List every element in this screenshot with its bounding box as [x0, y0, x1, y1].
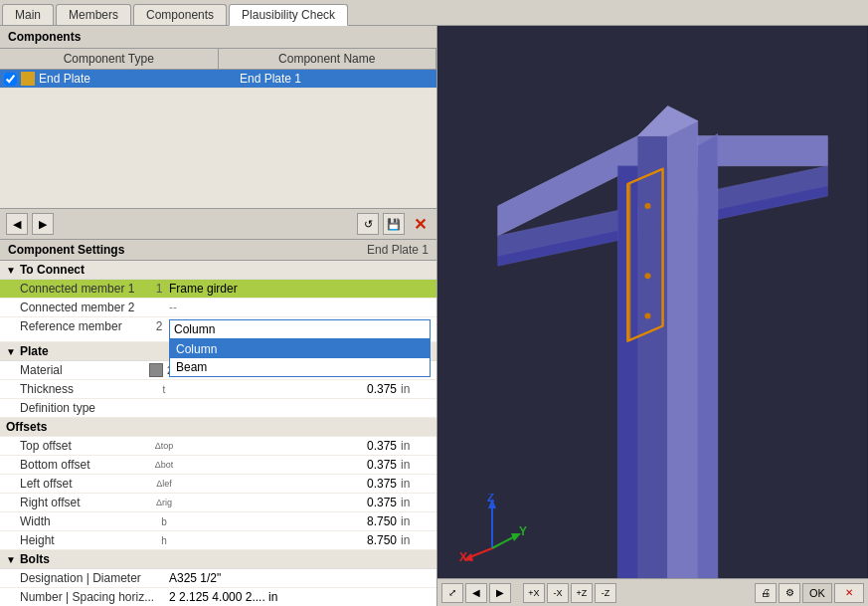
dropdown-item-column[interactable]: Column — [170, 340, 430, 358]
offsets-subheader: Offsets — [0, 418, 436, 437]
top-offset-value: 0.375 — [179, 439, 401, 453]
group-to-connect: ▼ To Connect Connected member 1 1 Frame … — [0, 261, 436, 342]
right-offset-symbol: Δrig — [149, 498, 179, 507]
reference-dropdown-menu: Column Beam — [169, 339, 431, 377]
bottom-offset-label: Bottom offset — [20, 458, 149, 472]
designation-label: Designation | Diameter — [20, 571, 169, 585]
height-symbol: h — [149, 535, 179, 546]
left-offset-label: Left offset — [20, 477, 149, 491]
vp-btn-print[interactable]: 🖨 — [755, 583, 777, 603]
width-value: 8.750 — [179, 514, 401, 528]
svg-point-21 — [644, 203, 650, 209]
settings-header: Component Settings End Plate 1 — [0, 240, 436, 261]
width-symbol: b — [149, 516, 179, 527]
tab-components[interactable]: Components — [133, 4, 227, 25]
height-unit: in — [401, 533, 431, 547]
vp-btn-neg-z[interactable]: -Z — [595, 583, 616, 603]
connected-member-1-row: Connected member 1 1 Frame girder — [0, 280, 436, 299]
top-offset-symbol: Δtop — [149, 441, 179, 451]
vp-btn-right[interactable]: ▶ — [489, 583, 511, 603]
group-to-connect-header[interactable]: ▼ To Connect — [0, 261, 436, 280]
left-offset-unit: in — [401, 477, 431, 491]
expand-icon-bolts: ▼ — [6, 554, 16, 565]
main-content: Components Component Type Component Name… — [0, 26, 868, 606]
left-offset-symbol: Δlef — [149, 479, 179, 489]
component-type: End Plate — [39, 72, 232, 86]
thickness-unit: in — [401, 382, 431, 396]
vp-btn-x[interactable]: +X — [523, 583, 545, 603]
left-panel: Components Component Type Component Name… — [0, 26, 437, 606]
designation-row: Designation | Diameter A325 1/2" — [0, 569, 436, 588]
dropdown-item-beam[interactable]: Beam — [170, 358, 430, 376]
bottom-offset-unit: in — [401, 458, 431, 472]
component-row[interactable]: End Plate End Plate 1 — [0, 70, 436, 89]
right-offset-unit: in — [401, 496, 431, 509]
component-checkbox[interactable] — [4, 73, 17, 86]
number-horiz-row: Number | Spacing horiz... 2 2.125 4.000 … — [0, 588, 436, 606]
component-list: End Plate End Plate 1 — [0, 70, 436, 209]
col-header-name: Component Name — [219, 49, 437, 69]
toolbar-btn-delete[interactable]: ✕ — [409, 213, 431, 235]
svg-text:Y: Y — [519, 524, 527, 538]
vp-btn-left[interactable]: ◀ — [465, 583, 487, 603]
components-toolbar: ◀ ▶ ↺ 💾 ✕ — [0, 209, 436, 240]
top-offset-label: Top offset — [20, 439, 149, 453]
right-offset-label: Right offset — [20, 496, 149, 509]
thickness-symbol: t — [149, 384, 179, 395]
3d-viewport[interactable]: ↗ — [437, 26, 868, 606]
tab-members[interactable]: Members — [56, 4, 131, 25]
left-offset-value: 0.375 — [179, 477, 401, 491]
toolbar-btn-save[interactable]: 💾 — [383, 213, 405, 235]
group-to-connect-label: To Connect — [20, 263, 85, 277]
vp-btn-move[interactable]: ⤢ — [441, 583, 463, 603]
toolbar-btn-right[interactable]: ▶ — [32, 213, 54, 235]
top-offset-row: Top offset Δtop 0.375 in — [0, 437, 436, 456]
svg-marker-14 — [698, 134, 718, 606]
vp-btn-ok[interactable]: OK — [802, 583, 832, 603]
svg-point-22 — [644, 273, 650, 279]
reference-member-number: 2 — [149, 319, 169, 333]
designation-value: A325 1/2" — [169, 571, 431, 585]
group-bolts-header[interactable]: ▼ Bolts — [0, 550, 436, 569]
vp-btn-neg-x[interactable]: -X — [547, 583, 569, 603]
connected-member-1-label: Connected member 1 — [20, 282, 149, 296]
components-section-header: Components — [0, 26, 436, 49]
component-color-swatch — [21, 72, 35, 86]
tab-plausibility[interactable]: Plausibility Check — [229, 4, 348, 26]
thickness-value: 0.375 — [179, 382, 401, 396]
thickness-row: Thickness t 0.375 in — [0, 380, 436, 399]
material-color-swatch — [149, 363, 163, 377]
toolbar-btn-left[interactable]: ◀ — [6, 213, 28, 235]
group-bolts: ▼ Bolts Designation | Diameter A325 1/2"… — [0, 550, 436, 606]
bottom-offset-value: 0.375 — [179, 458, 401, 472]
connected-member-1-number: 1 — [149, 282, 169, 296]
component-name: End Plate 1 — [232, 72, 433, 86]
width-label: Width — [20, 514, 149, 528]
expand-icon-to-connect: ▼ — [6, 265, 16, 276]
settings-subtitle: End Plate 1 — [367, 243, 429, 257]
bottom-offset-symbol: Δbot — [149, 460, 179, 470]
connected-member-2-value: -- — [169, 301, 431, 314]
reference-member-select[interactable]: Column Beam — [169, 319, 431, 339]
thickness-label: Thickness — [20, 382, 149, 396]
offsets-label: Offsets — [6, 420, 47, 434]
toolbar-btn-refresh[interactable]: ↺ — [357, 213, 379, 235]
vp-btn-z[interactable]: +Z — [571, 583, 593, 603]
definition-type-label: Definition type — [20, 401, 149, 415]
number-horiz-value: 2 2.125 4.000 2.... in — [169, 590, 431, 604]
group-bolts-label: Bolts — [20, 552, 50, 566]
axis-indicator: Z Y X — [457, 494, 527, 566]
settings-panel: Component Settings End Plate 1 ▼ To Conn… — [0, 240, 436, 606]
reference-member-row: Reference member 2 Column Beam Column Be… — [0, 317, 436, 342]
components-table: Component Type Component Name — [0, 49, 436, 70]
tab-main[interactable]: Main — [2, 4, 54, 25]
height-row: Height h 8.750 in — [0, 531, 436, 550]
top-offset-unit: in — [401, 439, 431, 453]
vp-btn-settings[interactable]: ⚙ — [779, 583, 800, 603]
height-label: Height — [20, 533, 149, 547]
right-offset-row: Right offset Δrig 0.375 in — [0, 494, 436, 512]
svg-point-23 — [644, 312, 650, 318]
vp-btn-cancel[interactable]: ✕ — [834, 583, 864, 603]
reference-member-label: Reference member — [20, 319, 149, 333]
reference-dropdown-container: Column Beam Column Beam — [169, 319, 431, 339]
